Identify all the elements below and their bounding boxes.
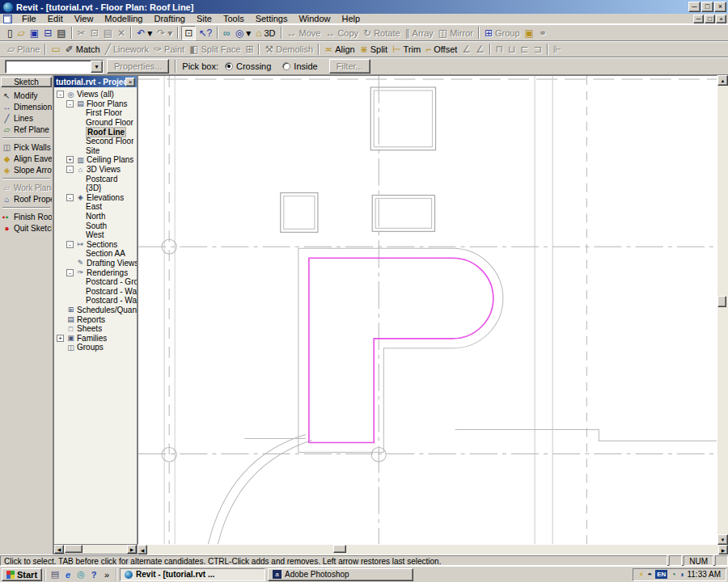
scroll-down-icon[interactable]: ▼	[717, 534, 728, 545]
save-button[interactable]: ▣	[28, 26, 41, 40]
menu-file[interactable]: File	[16, 14, 42, 24]
rotate-button[interactable]: ↻Rotate	[361, 26, 402, 40]
volume-icon[interactable]: ◓	[647, 569, 652, 580]
project-browser-titlebar[interactable]: tutorial.rvt - Project ... ×	[54, 76, 137, 87]
redo-dropdown-icon[interactable]: ▾	[167, 27, 172, 39]
menu-modelling[interactable]: Modelling	[99, 14, 148, 24]
split-button[interactable]: ⋇Split	[358, 42, 390, 57]
trim-button[interactable]: ⊢Trim	[390, 42, 423, 57]
align-button[interactable]: ≍Align	[322, 42, 358, 57]
update-icon[interactable]: ◑	[679, 569, 684, 580]
tree-expander-icon[interactable]: -	[66, 269, 74, 276]
linework-button[interactable]: ╱Linework	[103, 42, 151, 57]
lock-button[interactable]: ▣	[523, 26, 536, 40]
taskbar-button-revit[interactable]: Revit - [tutorial.rvt ...	[120, 568, 265, 581]
demolish-button[interactable]: ⚒Demolish	[262, 42, 315, 57]
tree-item-postcard-grou[interactable]: Postcard - Grou	[54, 277, 137, 287]
zoom-dropdown-icon[interactable]: ▾	[246, 27, 251, 39]
tree-expander-icon[interactable]: -	[66, 241, 74, 248]
sidebar-item-dimension[interactable]: ↔Dimension	[1, 101, 52, 112]
array-button[interactable]: ∥Array	[403, 26, 436, 40]
tree-item-groups[interactable]: ◫Groups	[54, 343, 137, 352]
sidebar-item-ref-plane[interactable]: ▱Ref Plane	[1, 124, 52, 135]
crossing-radio[interactable]: Crossing	[225, 61, 271, 71]
attach-button-2[interactable]: ∠	[473, 42, 487, 57]
undo-dropdown-icon[interactable]: ▾	[147, 27, 152, 39]
tree-item-views-all[interactable]: -◎Views (all)	[54, 90, 137, 99]
mdi-minimize-button[interactable]: ─	[693, 15, 704, 23]
start-button[interactable]: Start	[2, 568, 42, 581]
menu-edit[interactable]: Edit	[42, 14, 69, 24]
copy-tool-button[interactable]: ↔Copy	[323, 26, 361, 40]
sketch-tab[interactable]: Sketch	[1, 77, 52, 87]
work-plane-button[interactable]: ▱Plane	[5, 42, 42, 57]
filter-button[interactable]: Filter...	[329, 59, 370, 74]
link-button[interactable]: ⚭	[536, 26, 549, 40]
tree-item-site[interactable]: Site	[54, 146, 137, 156]
close-button[interactable]: ×	[714, 2, 726, 12]
scroll-thumb[interactable]	[717, 296, 726, 307]
language-indicator[interactable]: EN	[655, 570, 667, 579]
tree-item-schedules[interactable]: ⊞Schedules/Quantitie	[54, 306, 137, 315]
tree-item-families[interactable]: +▣Families	[54, 333, 137, 343]
inside-radio[interactable]: Inside	[282, 61, 317, 71]
sidebar-item-pick-walls[interactable]: ◫Pick Walls	[1, 141, 52, 153]
floor-plan-drawing[interactable]	[138, 75, 717, 545]
mdi-close-button[interactable]: ×	[716, 15, 726, 23]
delete-button[interactable]: ✕	[115, 26, 128, 40]
clock[interactable]: 11:33 AM	[687, 570, 721, 579]
tree-item-renderings[interactable]: -✑Renderings	[54, 268, 137, 277]
join-button-4[interactable]: ⊐	[531, 42, 544, 57]
split-face-button[interactable]: ◧Split Face	[187, 42, 243, 57]
crossing-radio-circle[interactable]	[225, 62, 233, 70]
paste-button[interactable]: ▤	[101, 26, 115, 40]
join-button-3[interactable]: ⊏	[518, 42, 531, 57]
type-selector-combo[interactable]: ▾	[5, 60, 104, 74]
print-button[interactable]: ▤	[54, 26, 68, 40]
tree-item-ceiling-plans[interactable]: +▥Ceiling Plans	[54, 155, 137, 165]
desktop-shortcut-icon[interactable]: ▤	[49, 569, 61, 580]
document-icon[interactable]	[3, 15, 12, 23]
wall-outline[interactable]	[208, 248, 717, 544]
join-button-2[interactable]: ⊔	[506, 42, 518, 57]
grid-lines[interactable]	[138, 76, 717, 544]
tree-expander-icon[interactable]: -	[57, 91, 64, 98]
menu-site[interactable]: Site	[191, 14, 218, 24]
tree-item-postcard-wall-2[interactable]: Postcard - Wall:	[54, 296, 137, 306]
sidebar-item-modify[interactable]: ↖Modify	[1, 90, 52, 101]
tree-item-west[interactable]: West	[54, 230, 137, 240]
join-button-1[interactable]: ⊓	[493, 42, 506, 57]
spot-view-button[interactable]: ∞	[221, 26, 233, 40]
taskbar-button-photoshop[interactable]: a Adobe Photoshop	[268, 568, 413, 581]
menu-settings[interactable]: Settings	[250, 14, 294, 24]
tree-item-ground-floor[interactable]: Ground Floor	[54, 118, 137, 128]
messenger-icon[interactable]: ?	[88, 570, 99, 580]
copy-button[interactable]: ⊡	[88, 26, 101, 40]
tree-item-3d[interactable]: {3D}	[54, 183, 137, 193]
menu-tools[interactable]: Tools	[218, 14, 250, 24]
save-all-button[interactable]: ⊟	[41, 26, 54, 40]
properties-button[interactable]: Properties...	[107, 59, 169, 74]
tree-item-3d-views[interactable]: -⌂3D Views	[54, 165, 137, 175]
tree-item-east[interactable]: East	[54, 202, 137, 212]
sidebar-item-align-eaves[interactable]: ◆Align Eaves	[1, 153, 52, 164]
tree-item-postcard-wall-1[interactable]: Postcard - Wall:	[54, 286, 137, 296]
maximize-button[interactable]: □	[701, 2, 713, 12]
sidebar-item-quit-sketch[interactable]: ●Quit Sketch	[1, 222, 52, 234]
tree-item-floor-plans[interactable]: -▤Floor Plans	[54, 99, 137, 109]
scroll-thumb[interactable]	[65, 545, 83, 553]
tree-item-drafting-views[interactable]: ✎Drafting Views	[54, 259, 137, 268]
tree-item-first-floor[interactable]: First Floor	[54, 108, 137, 118]
tree-expander-icon[interactable]: -	[66, 194, 74, 201]
scroll-left-icon[interactable]: ◀	[138, 545, 147, 555]
tree-item-sections[interactable]: -↦Sections	[54, 240, 137, 250]
mdi-restore-button[interactable]: □	[705, 15, 715, 23]
menu-view[interactable]: View	[69, 14, 99, 24]
tree-item-elevations[interactable]: -◈Elevations	[54, 193, 137, 203]
sidebar-item-finish-roof[interactable]: ▪Finish Roof	[1, 211, 52, 222]
tree-item-section-aa[interactable]: Section AA	[54, 249, 137, 259]
sidebar-item-lines[interactable]: ╱Lines	[1, 112, 52, 124]
mirror-button[interactable]: ◫Mirror	[436, 26, 476, 40]
tree-item-second-floor[interactable]: Second Floor	[54, 137, 137, 146]
tree-item-reports[interactable]: ▤Reports	[54, 314, 137, 324]
